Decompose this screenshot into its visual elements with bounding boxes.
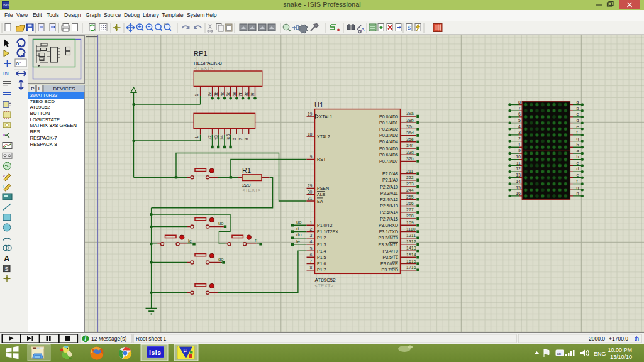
svg-text:h: h <box>577 191 579 195</box>
svg-text:8: 8 <box>244 138 248 140</box>
svg-text:A: A <box>4 254 10 263</box>
svg-text:<TEXT>: <TEXT> <box>242 187 261 193</box>
svg-text:<TEXT>: <TEXT> <box>194 65 213 71</box>
svg-text:10: 10 <box>516 155 521 159</box>
svg-text:32h: 32h <box>406 156 414 161</box>
svg-text:c: c <box>577 161 579 165</box>
svg-text:le: le <box>296 239 300 244</box>
svg-text:XTAL1: XTAL1 <box>319 114 333 119</box>
svg-text:d: d <box>577 118 579 123</box>
svg-text:266: 266 <box>406 201 414 206</box>
svg-text:P0.6/AD6: P0.6/AD6 <box>379 153 398 157</box>
svg-text:2: 2 <box>310 227 313 231</box>
svg-text:6: 6 <box>232 138 236 140</box>
svg-text:39a: 39a <box>406 111 414 116</box>
svg-text:1615: 1615 <box>406 259 416 263</box>
svg-text:P0.0/AD0: P0.0/AD0 <box>379 114 398 119</box>
svg-text:1716: 1716 <box>406 265 416 270</box>
svg-text:do: do <box>296 232 301 238</box>
svg-text:P3.4/T0: P3.4/T0 <box>382 249 398 253</box>
svg-text:h: h <box>577 143 579 147</box>
svg-text:3b: 3b <box>214 92 218 97</box>
svg-text:36d: 36d <box>406 131 414 135</box>
svg-text:P1.0/T2: P1.0/T2 <box>317 223 333 228</box>
svg-text:a: a <box>577 148 579 153</box>
svg-text:10:00 PM: 10:00 PM <box>608 347 632 353</box>
svg-text:P0.5/AD5: P0.5/AD5 <box>379 146 398 151</box>
svg-text:$: $ <box>408 25 411 31</box>
svg-text:A: A <box>361 26 365 32</box>
svg-text:7: 7 <box>310 259 313 263</box>
svg-text:5: 5 <box>518 118 521 123</box>
svg-text:2a: 2a <box>208 92 212 97</box>
svg-text:XTAL2: XTAL2 <box>317 134 330 139</box>
svg-text:37c: 37c <box>406 124 414 129</box>
svg-text:38b: 38b <box>406 118 414 123</box>
svg-text:0°: 0° <box>16 61 21 67</box>
svg-text:233: 233 <box>406 182 414 186</box>
svg-text:244: 244 <box>406 188 414 192</box>
svg-text:12 Message(s): 12 Message(s) <box>91 336 126 342</box>
svg-text:d4: d4 <box>219 135 224 140</box>
svg-text:ALE: ALE <box>317 192 326 197</box>
svg-text:Root sheet 1: Root sheet 1 <box>136 336 166 342</box>
svg-text:P3.1/TXD: P3.1/TXD <box>379 229 398 234</box>
svg-text:e: e <box>577 173 579 177</box>
svg-text:n3: n3 <box>214 135 218 140</box>
svg-text:U1: U1 <box>314 101 323 109</box>
svg-text:13/10/10: 13/10/10 <box>610 354 632 360</box>
svg-text:ri: ri <box>255 238 257 243</box>
svg-text:P1.2: P1.2 <box>317 236 326 240</box>
svg-text:EA: EA <box>317 199 323 204</box>
svg-text:30: 30 <box>308 190 313 194</box>
svg-text:1312: 1312 <box>406 239 416 244</box>
svg-text:8: 8 <box>310 265 313 270</box>
svg-text:P1.3: P1.3 <box>317 243 326 247</box>
svg-text:1: 1 <box>310 221 313 225</box>
svg-text:<TEXT>: <TEXT> <box>315 283 334 288</box>
svg-text:ab: ab <box>557 352 562 356</box>
svg-text:8: 8 <box>518 100 521 104</box>
svg-text:13: 13 <box>516 173 521 177</box>
svg-text:V: V <box>3 174 5 178</box>
svg-text:uo: uo <box>218 221 223 226</box>
svg-text:1: 1 <box>194 94 199 96</box>
svg-text:P3.0/RXD: P3.0/RXD <box>379 223 398 228</box>
svg-text:6: 6 <box>518 112 521 116</box>
svg-text:ENG: ENG <box>594 351 606 357</box>
svg-text:6: 6 <box>310 253 313 257</box>
svg-text:P1.4: P1.4 <box>317 249 326 253</box>
svg-text:4c: 4c <box>220 92 225 97</box>
svg-text:P2.7/A15: P2.7/A15 <box>380 217 398 221</box>
svg-text:P0.3/AD3: P0.3/AD3 <box>379 133 398 138</box>
svg-text:P2.6/A14: P2.6/A14 <box>380 210 398 214</box>
svg-text:g: g <box>577 136 579 141</box>
svg-text:f: f <box>577 130 578 134</box>
svg-text:7: 7 <box>518 106 521 111</box>
svg-text:15: 15 <box>516 185 521 190</box>
svg-text:u2: u2 <box>208 135 212 140</box>
svg-text:P2.2/A10: P2.2/A10 <box>380 185 398 189</box>
svg-text:P1.7: P1.7 <box>317 268 326 272</box>
svg-text:1: 1 <box>518 143 521 147</box>
svg-text:S: S <box>5 266 9 272</box>
svg-text:P3.2/INT0: P3.2/INT0 <box>378 236 398 240</box>
svg-text:th: th <box>635 336 639 342</box>
svg-text:9: 9 <box>310 155 313 159</box>
svg-text:255: 255 <box>406 195 414 199</box>
svg-text:1110: 1110 <box>406 227 416 231</box>
svg-text:5: 5 <box>310 246 313 251</box>
svg-text:e: e <box>577 124 579 129</box>
svg-text:P3.6/WR: P3.6/WR <box>380 261 398 266</box>
svg-text:P3.3/INT1: P3.3/INT1 <box>378 243 398 247</box>
svg-text:P0.1/AD1: P0.1/AD1 <box>379 121 398 125</box>
svg-text:3: 3 <box>518 130 521 134</box>
svg-text:isis: isis <box>149 349 162 356</box>
svg-text:7: 7 <box>238 138 243 140</box>
svg-text:19: 19 <box>308 112 313 116</box>
svg-text:P2.4/A12: P2.4/A12 <box>380 197 398 202</box>
svg-text:1413: 1413 <box>406 246 416 250</box>
svg-text:109: 109 <box>406 221 414 225</box>
svg-text:PSEN: PSEN <box>317 186 329 190</box>
svg-text:P1.5: P1.5 <box>317 255 326 260</box>
